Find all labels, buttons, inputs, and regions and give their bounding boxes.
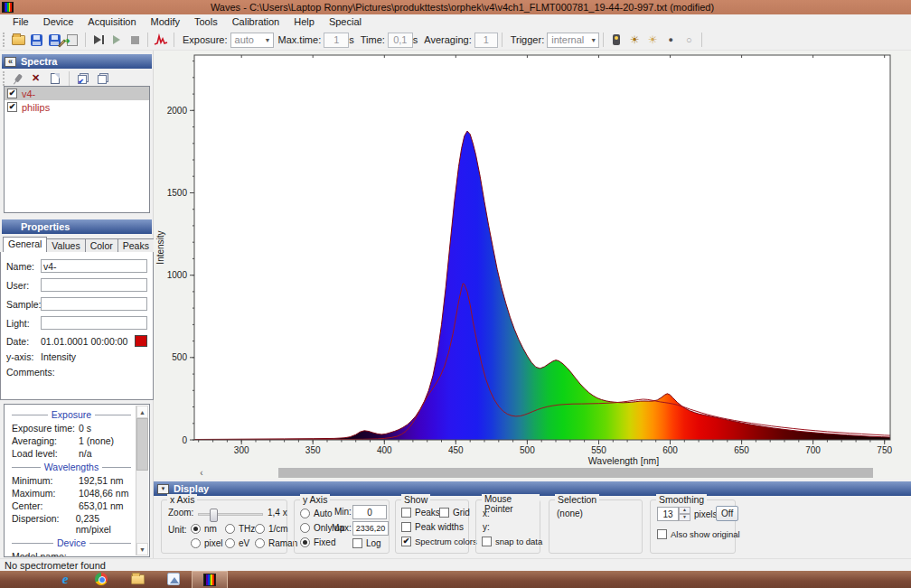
spectrum-visibility-checkbox[interactable]: ✔ [7,89,17,98]
single-acquisition-button[interactable] [89,32,108,49]
light-source-1-button[interactable]: ☀ [625,32,643,49]
spectrum-list-item[interactable]: ✔v4- [5,87,149,100]
zoom-slider[interactable] [198,513,263,516]
slider-thumb[interactable] [210,509,218,522]
menu-item-help[interactable]: Help [286,15,322,29]
stop-acquisition-button[interactable] [126,32,144,49]
tab-peaks[interactable]: Peaks [117,238,155,252]
spectrum-list-item[interactable]: ✔philips [5,100,149,114]
window-titlebar[interactable]: Waves - C:\Users\Laptop Ronny\Pictures\p… [0,0,911,14]
pointer-x-label: x: [483,509,490,518]
spectrum-color-swatch[interactable] [135,335,147,347]
menu-item-special[interactable]: Special [322,15,369,29]
menu-bar: FileDeviceAcquisitionModifyToolsCalibrat… [0,14,911,30]
scroll-left-icon[interactable]: ‹ [195,467,208,479]
menu-item-tools[interactable]: Tools [187,15,225,29]
light-source-2-button[interactable]: ☀ [643,32,662,49]
taskbar-button-waves-spectra[interactable] [192,571,228,588]
grid-checkbox[interactable]: ✔Grid [439,508,470,518]
taskbar-button-chrome[interactable] [83,571,119,588]
log-checkbox[interactable]: ✔Log [352,538,381,548]
info-row: Exposure time:0 s [8,422,135,434]
unit-radio-raman[interactable]: Raman [255,538,297,548]
tab-color[interactable]: Color [85,238,118,252]
pin-icon[interactable] [14,73,23,82]
open-file-button[interactable] [9,32,27,49]
snap-to-data-checkbox[interactable]: ✔snap to data [482,537,542,546]
smoothing-input[interactable]: 13 [657,507,679,521]
taskbar-button-image-viewer[interactable] [155,571,192,588]
x-axis-group: x Axis Zoom: 1,4 x Unit: nm THz 1/cm pix… [161,499,287,554]
scroll-up-icon[interactable]: ▲ [136,406,148,418]
selection-group-title: Selection [555,494,599,505]
light-field[interactable] [41,316,147,330]
ymin-input[interactable]: 0 [352,505,387,519]
scrollbar-thumb[interactable] [278,468,873,478]
peak-widths-checkbox[interactable]: ✔Peak widths [401,522,464,532]
spectra-list[interactable]: ✔v4-✔philips [4,86,150,213]
collapse-down-icon[interactable]: ▼ [157,484,169,494]
save-button[interactable] [27,32,45,49]
tab-general[interactable]: General [3,237,47,252]
x-tick-label: 500 [520,445,535,455]
vertical-scrollbar[interactable]: ▲ ▼ [136,406,148,555]
lamp-icon [613,34,620,45]
save-as-button[interactable] [45,32,63,49]
spectrum-colors-checkbox[interactable]: ✔Spectrum colors [401,537,477,546]
menu-item-file[interactable]: File [5,15,36,29]
smoothing-off-button[interactable]: Off [716,506,738,521]
unit-radio-ev[interactable]: eV [225,538,249,548]
also-show-original-checkbox[interactable]: ✔Also show original [657,529,740,539]
delete-spectrum-icon[interactable]: ✕ [32,72,40,84]
info-row: Minimum:192,51 nm [8,474,135,487]
peaks-checkbox[interactable]: ✔Peaks [401,508,440,518]
horizontal-scrollbar[interactable]: ‹ [154,467,911,479]
name-field[interactable]: v4- [41,259,147,273]
averaging-input[interactable]: 1 [474,33,498,48]
device-lamp-button[interactable] [607,32,625,49]
export-button[interactable] [63,32,81,49]
menu-item-acquisition[interactable]: Acquisition [80,15,143,29]
unit-radio-1cm[interactable]: 1/cm [255,524,288,534]
yaxis-radio-auto[interactable]: Auto [300,509,333,518]
taskbar-button-internet-explorer[interactable]: e [47,571,83,588]
shutter-open-button[interactable]: ○ [680,32,698,49]
pixels-label: pixels [694,509,718,519]
time-input[interactable]: 0,1 [388,33,413,48]
toolbar-grip[interactable] [3,33,5,47]
chart-area[interactable]: 3003504004505005506006507007500500100015… [154,51,911,467]
exposure-select[interactable]: auto▼ [230,33,274,48]
spectrum-tool-button[interactable] [152,32,170,49]
scroll-down-icon[interactable]: ▼ [136,543,148,555]
unit-radio-thz[interactable]: THz [225,524,255,534]
properties-panel-header: Properties [2,219,152,234]
trigger-select[interactable]: internal▼ [547,33,599,48]
x-tick-label: 550 [591,445,606,455]
check-all-icon[interactable]: ✔ [78,73,89,84]
smoothing-stepper[interactable]: ▲▼ [679,507,690,521]
shutter-closed-button[interactable]: ● [662,32,680,49]
menu-item-modify[interactable]: Modify [144,15,187,29]
toolbar-grip[interactable] [3,71,5,86]
yaxis-radio-fixed[interactable]: Fixed [300,537,335,547]
sample-field[interactable] [41,297,147,311]
new-document-icon[interactable] [51,73,60,84]
unit-radio-pixel[interactable]: pixel [191,538,223,548]
open-folder-icon [12,35,25,45]
uncheck-all-icon[interactable] [98,73,108,84]
scrollbar-thumb[interactable] [136,418,148,471]
ymax-input[interactable]: 2336,20 [352,521,389,536]
unit-radio-nm[interactable]: nm [191,524,217,534]
spectrum-plot[interactable]: 3003504004505005506006507007500500100015… [154,51,911,467]
collapse-left-icon[interactable]: « [5,57,16,67]
x-tick-label: 700 [805,445,821,455]
spectrum-visibility-checkbox[interactable]: ✔ [7,102,17,112]
menu-item-calibration[interactable]: Calibration [225,15,287,29]
taskbar-button-file-explorer[interactable] [119,571,155,588]
spectrum-chart[interactable]: 3003504004505005506006507007500500100015… [154,51,911,467]
maxtime-input[interactable]: 1 [324,33,349,48]
menu-item-device[interactable]: Device [36,15,81,29]
user-field[interactable] [41,278,147,292]
start-acquisition-button[interactable] [108,32,126,49]
tab-values[interactable]: Values [46,238,85,252]
